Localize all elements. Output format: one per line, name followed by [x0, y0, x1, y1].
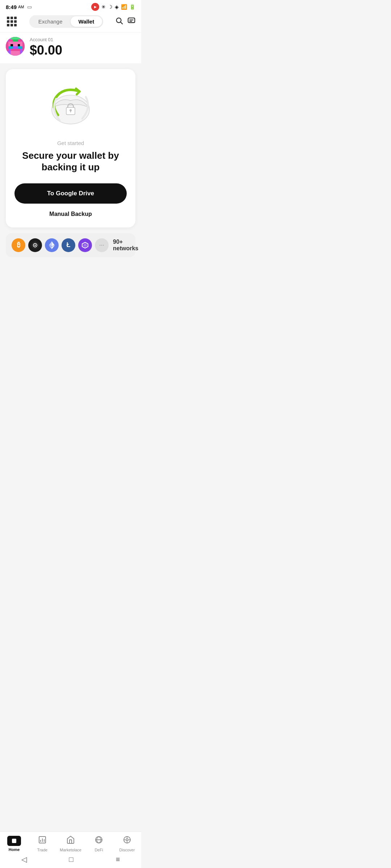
wallet-illustration [42, 81, 100, 131]
secure-wallet-card: Get started Secure your wallet by backin… [6, 69, 135, 227]
svg-marker-26 [49, 241, 52, 246]
svg-marker-31 [83, 243, 87, 247]
svg-rect-10 [18, 44, 20, 47]
search-button[interactable] [115, 17, 123, 27]
svg-line-1 [121, 22, 122, 24]
status-time: 8:49 [6, 4, 17, 10]
message-button[interactable] [127, 17, 135, 27]
grid-dots-icon [7, 17, 17, 26]
account-header: Account 01 $0.00 [0, 33, 141, 63]
networks-bar[interactable]: ₿ Ł ··· 90 [6, 233, 135, 257]
bitcoin-network-icon: ₿ [12, 238, 25, 252]
svg-marker-27 [52, 241, 55, 246]
svg-rect-8 [8, 42, 22, 46]
status-icons: ▶ ✳ ☽ ◈ 📶 🔋 [91, 3, 135, 11]
camera-icon: ▭ [27, 4, 32, 10]
recording-badge: ▶ [91, 3, 99, 11]
dash-network-icon [28, 238, 42, 252]
svg-rect-22 [70, 111, 71, 112]
manual-backup-button[interactable]: Manual Backup [49, 211, 92, 217]
svg-rect-17 [6, 42, 8, 51]
chainlink-network-icon [78, 238, 92, 252]
networks-count: 90+ networks [113, 239, 138, 252]
tab-exchange[interactable]: Exchange [30, 16, 71, 27]
account-info: Account 01 $0.00 [30, 37, 62, 58]
battery-icon: 🔋 [129, 4, 135, 10]
bluetooth-icon: ✳ [101, 4, 106, 10]
svg-rect-18 [22, 42, 25, 51]
svg-point-25 [34, 244, 36, 246]
status-ampm: AM [18, 5, 24, 9]
ethereum-network-icon [45, 238, 59, 252]
grid-menu-button[interactable] [6, 16, 17, 27]
get-started-label: Get started [57, 140, 84, 146]
moon-icon: ☽ [108, 4, 113, 10]
svg-rect-9 [10, 44, 13, 47]
more-networks-icon: ··· [95, 238, 109, 252]
nav-tabs: Exchange Wallet [29, 15, 103, 28]
secure-title: Secure your wallet by backing it up [14, 150, 127, 173]
avatar[interactable] [6, 37, 25, 56]
account-balance: $0.00 [30, 43, 62, 58]
account-label: Account 01 [30, 37, 62, 42]
svg-rect-12 [13, 39, 18, 42]
svg-rect-13 [8, 46, 13, 49]
top-nav: Exchange Wallet [0, 12, 141, 33]
signal-icon: ◈ [115, 4, 119, 10]
wifi-icon: 📶 [121, 4, 127, 10]
svg-rect-15 [10, 49, 20, 51]
svg-rect-14 [18, 46, 22, 49]
tab-wallet[interactable]: Wallet [71, 16, 102, 27]
svg-rect-11 [10, 37, 20, 39]
nav-actions [115, 17, 135, 27]
google-drive-button[interactable]: To Google Drive [14, 183, 127, 204]
svg-rect-16 [10, 51, 20, 56]
litecoin-network-icon: Ł [62, 238, 75, 252]
status-bar: 8:49 AM ▭ ▶ ✳ ☽ ◈ 📶 🔋 [0, 0, 141, 12]
